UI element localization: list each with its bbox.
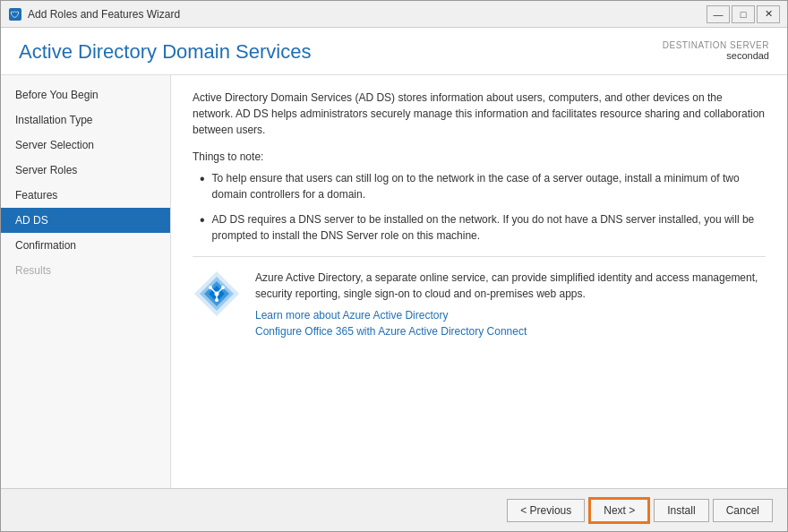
azure-section: Azure Active Directory, a separate onlin… (193, 270, 766, 341)
azure-link-2[interactable]: Configure Office 365 with Azure Active D… (255, 325, 766, 338)
bullet-item-1: • To help ensure that users can still lo… (200, 170, 766, 202)
wizard-footer: < Previous Next > Install Cancel (1, 488, 787, 531)
wizard-body: Before You Begin Installation Type Serve… (1, 75, 787, 488)
previous-button[interactable]: < Previous (507, 499, 585, 522)
title-bar-buttons: — □ ✕ (707, 5, 780, 23)
bullet-dot-1: • (200, 172, 205, 186)
description-text: Active Directory Domain Services (AD DS)… (193, 90, 766, 138)
azure-link-1[interactable]: Learn more about Azure Active Directory (255, 309, 766, 322)
main-content: Active Directory Domain Services (AD DS)… (171, 75, 787, 488)
sidebar-item-results: Results (1, 258, 170, 283)
title-bar: 🛡 Add Roles and Features Wizard — □ ✕ (1, 1, 787, 28)
bullet-item-2: • AD DS requires a DNS server to be inst… (200, 211, 766, 244)
svg-point-10 (221, 286, 225, 289)
install-button[interactable]: Install (654, 499, 708, 522)
azure-content: Azure Active Directory, a separate onlin… (255, 270, 766, 341)
sidebar: Before You Begin Installation Type Serve… (1, 75, 171, 488)
sidebar-item-confirmation[interactable]: Confirmation (1, 233, 170, 258)
sidebar-item-installation-type[interactable]: Installation Type (1, 107, 170, 133)
bullet-dot-2: • (200, 213, 205, 227)
sidebar-item-features[interactable]: Features (1, 183, 170, 208)
svg-text:🛡: 🛡 (11, 10, 20, 20)
wizard-window: 🛡 Add Roles and Features Wizard — □ ✕ Ac… (0, 0, 788, 532)
cancel-button[interactable]: Cancel (713, 499, 773, 522)
bullet-list: • To help ensure that users can still lo… (200, 170, 766, 244)
svg-point-12 (215, 292, 219, 296)
sidebar-item-ad-ds[interactable]: AD DS (1, 208, 170, 233)
sidebar-item-server-roles[interactable]: Server Roles (1, 158, 170, 183)
maximize-button[interactable]: □ (732, 5, 755, 23)
divider (193, 256, 766, 257)
close-button[interactable]: ✕ (757, 5, 780, 23)
svg-point-9 (209, 286, 212, 289)
title-bar-text: Add Roles and Features Wizard (28, 8, 707, 21)
sidebar-item-server-selection[interactable]: Server Selection (1, 133, 170, 158)
azure-description: Azure Active Directory, a separate onlin… (255, 270, 766, 302)
svg-point-11 (215, 298, 218, 302)
destination-server: DESTINATION SERVER secondad (663, 40, 769, 61)
destination-label: DESTINATION SERVER (663, 40, 769, 50)
things-to-note: Things to note: (193, 150, 766, 163)
wizard-header: Active Directory Domain Services DESTINA… (1, 28, 787, 75)
next-button[interactable]: Next > (588, 497, 650, 524)
sidebar-item-before-you-begin[interactable]: Before You Begin (1, 82, 170, 107)
minimize-button[interactable]: — (707, 5, 730, 23)
app-icon: 🛡 (8, 7, 22, 21)
server-name: secondad (663, 50, 769, 61)
page-title: Active Directory Domain Services (19, 40, 311, 64)
azure-ad-icon (193, 270, 241, 318)
